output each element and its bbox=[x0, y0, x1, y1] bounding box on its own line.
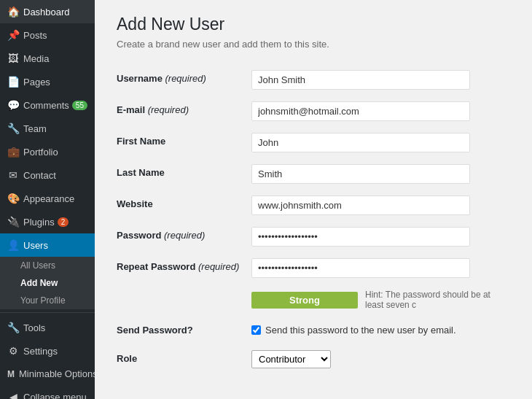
users-icon: 👤 bbox=[7, 239, 19, 251]
sidebar-item-portfolio[interactable]: 💼 Portfolio bbox=[0, 140, 95, 163]
send-password-text: Send this password to the new user by em… bbox=[265, 325, 456, 336]
role-label: Role bbox=[117, 344, 251, 374]
add-user-form: Username (required) E-mail (required) Fi… bbox=[117, 64, 510, 374]
sidebar-item-label: Contact bbox=[23, 170, 56, 181]
posts-icon: 📌 bbox=[7, 29, 19, 41]
page-title: Add New User bbox=[117, 15, 510, 34]
email-label: E-mail (required) bbox=[117, 96, 251, 127]
submenu-your-profile[interactable]: Your Profile bbox=[0, 292, 95, 309]
sidebar-item-label: Settings bbox=[23, 346, 58, 357]
role-row: Role Subscriber Contributor Author Edito… bbox=[117, 344, 510, 374]
email-input[interactable] bbox=[251, 101, 470, 121]
sidebar-item-label: Posts bbox=[23, 30, 47, 41]
tools-icon: 🔧 bbox=[7, 322, 19, 333]
sidebar-item-pages[interactable]: 📄 Pages bbox=[0, 70, 95, 93]
submenu-add-new[interactable]: Add New bbox=[0, 274, 95, 292]
sidebar-item-comments[interactable]: 💬 Comments 55 bbox=[0, 93, 95, 117]
password-label: Password (required) bbox=[117, 221, 251, 252]
sidebar-item-label: Pages bbox=[23, 77, 50, 88]
send-password-row: Send Password? Send this password to the… bbox=[117, 316, 510, 344]
repeat-password-label: Repeat Password (required) bbox=[117, 252, 251, 284]
minimable-icon: M bbox=[7, 369, 15, 379]
website-row: Website bbox=[117, 190, 510, 221]
comments-icon: 💬 bbox=[7, 99, 19, 111]
sidebar-item-minimable[interactable]: M Minimable Options bbox=[0, 363, 95, 385]
firstname-input[interactable] bbox=[251, 133, 470, 152]
users-submenu: All Users Add New Your Profile bbox=[0, 257, 95, 309]
sidebar-item-label: Portfolio bbox=[23, 147, 58, 158]
comments-badge: 55 bbox=[72, 101, 87, 110]
sidebar-item-label: Appearance bbox=[23, 193, 74, 204]
send-password-label: Send Password? bbox=[117, 316, 251, 344]
password-row: Password (required) bbox=[117, 221, 510, 252]
page-subtitle: Create a brand new user and add them to … bbox=[117, 39, 510, 50]
sidebar-item-settings[interactable]: ⚙ Settings bbox=[0, 339, 95, 363]
appearance-icon: 🎨 bbox=[7, 193, 19, 204]
website-input[interactable] bbox=[251, 195, 470, 215]
team-icon: 🔧 bbox=[7, 123, 19, 134]
pages-icon: 📄 bbox=[7, 76, 19, 88]
dashboard-icon: 🏠 bbox=[7, 6, 19, 18]
sidebar-item-media[interactable]: 🖼 Media bbox=[0, 47, 95, 70]
media-icon: 🖼 bbox=[7, 53, 19, 64]
main-content: Add New User Create a brand new user and… bbox=[95, 0, 532, 399]
sidebar-item-label: Minimable Options bbox=[19, 368, 95, 379]
password-strength-indicator: Strong bbox=[251, 292, 358, 309]
username-row: Username (required) bbox=[117, 64, 510, 96]
username-label: Username (required) bbox=[117, 64, 251, 96]
sidebar-item-plugins[interactable]: 🔌 Plugins 2 bbox=[0, 210, 95, 233]
collapse-icon: ◀ bbox=[7, 391, 19, 399]
sidebar-item-collapse[interactable]: ◀ Collapse menu bbox=[0, 385, 95, 399]
username-input[interactable] bbox=[251, 70, 470, 90]
lastname-label: Last Name bbox=[117, 158, 251, 190]
sidebar-item-contact[interactable]: ✉ Contact bbox=[0, 163, 95, 187]
website-label: Website bbox=[117, 190, 251, 221]
role-select[interactable]: Subscriber Contributor Author Editor Adm… bbox=[251, 350, 331, 368]
contact-icon: ✉ bbox=[7, 169, 19, 181]
email-row: E-mail (required) bbox=[117, 96, 510, 127]
sidebar-item-label: Tools bbox=[23, 322, 45, 333]
sidebar-divider bbox=[0, 312, 95, 313]
sidebar-item-team[interactable]: 🔧 Team bbox=[0, 117, 95, 140]
strength-row: Strong Hint: The password should be at l… bbox=[117, 284, 510, 316]
password-hint: Hint: The password should be at least se… bbox=[365, 290, 510, 310]
portfolio-icon: 💼 bbox=[7, 146, 19, 158]
sidebar-item-posts[interactable]: 📌 Posts bbox=[0, 23, 95, 47]
sidebar-item-label: Media bbox=[23, 53, 49, 64]
sidebar-item-label: Team bbox=[23, 123, 47, 134]
sidebar-item-label: Plugins bbox=[23, 217, 55, 228]
sidebar-item-dashboard[interactable]: 🏠 Dashboard bbox=[0, 0, 95, 23]
sidebar-item-label: Dashboard bbox=[23, 7, 70, 18]
sidebar-item-label: Collapse menu bbox=[23, 392, 87, 400]
submenu-all-users[interactable]: All Users bbox=[0, 257, 95, 274]
strength-label-cell bbox=[117, 284, 251, 316]
sidebar: 🏠 Dashboard 📌 Posts 🖼 Media 📄 Pages 💬 Co… bbox=[0, 0, 95, 399]
password-input[interactable] bbox=[251, 227, 470, 247]
users-active-arrow bbox=[89, 239, 95, 251]
repeat-password-row: Repeat Password (required) bbox=[117, 252, 510, 284]
settings-icon: ⚙ bbox=[7, 345, 19, 357]
lastname-input[interactable] bbox=[251, 164, 470, 184]
plugins-icon: 🔌 bbox=[7, 216, 19, 228]
send-password-checkbox[interactable] bbox=[251, 325, 261, 335]
firstname-row: First Name bbox=[117, 127, 510, 158]
plugins-badge: 2 bbox=[58, 217, 69, 227]
sidebar-item-appearance[interactable]: 🎨 Appearance bbox=[0, 187, 95, 210]
sidebar-item-tools[interactable]: 🔧 Tools bbox=[0, 316, 95, 339]
repeat-password-input[interactable] bbox=[251, 258, 470, 278]
sidebar-item-users[interactable]: 👤 Users bbox=[0, 233, 95, 257]
lastname-row: Last Name bbox=[117, 158, 510, 190]
sidebar-item-label: Users bbox=[23, 240, 48, 251]
sidebar-item-label: Comments bbox=[23, 100, 69, 111]
firstname-label: First Name bbox=[117, 127, 251, 158]
